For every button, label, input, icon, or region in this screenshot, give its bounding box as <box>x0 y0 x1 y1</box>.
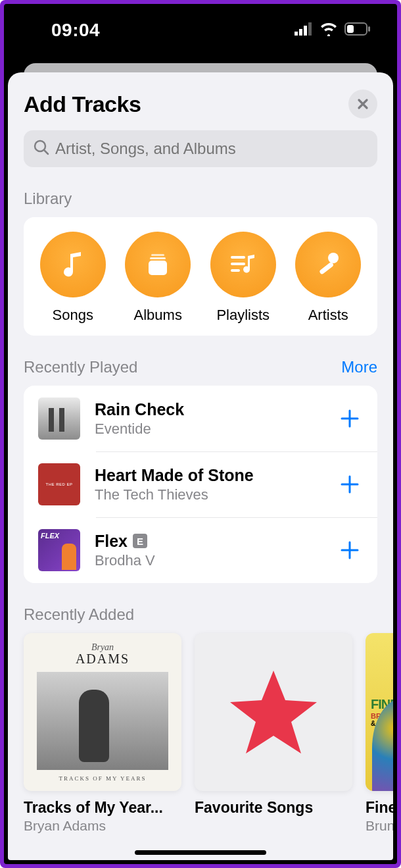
recently-added-label: Recently Added <box>8 583 393 633</box>
track-row[interactable]: THE RED EP Heart Made of Stone The Tech … <box>24 451 377 517</box>
track-title: Rain Check <box>95 400 322 419</box>
svg-rect-5 <box>368 26 370 32</box>
library-item-label: Songs <box>53 307 93 324</box>
svg-rect-6 <box>347 25 354 33</box>
library-item-label: Playlists <box>216 307 270 324</box>
svg-rect-2 <box>304 26 307 36</box>
plus-icon <box>340 409 360 428</box>
album-item[interactable]: Bryan ADAMS TRACKS OF MY YEARS Tracks of… <box>24 633 181 834</box>
library-section-label: Library <box>8 167 393 217</box>
add-tracks-sheet: Add Tracks Library Songs Al <box>8 72 393 860</box>
album-item[interactable]: Favourite Songs <box>195 633 352 834</box>
library-item-label: Albums <box>134 307 182 324</box>
library-item-albums[interactable]: Albums <box>116 232 201 324</box>
svg-line-8 <box>44 150 48 154</box>
close-button[interactable] <box>348 89 377 118</box>
track-artist: Eventide <box>95 421 322 438</box>
explicit-badge: E <box>133 534 147 548</box>
recently-played-label: Recently Played <box>24 358 137 376</box>
album-stack-icon <box>142 249 174 280</box>
album-artwork: FINES BRUNO M & CARDI B <box>366 633 393 791</box>
search-icon <box>33 139 50 159</box>
home-indicator[interactable] <box>135 850 266 855</box>
album-title: Finess <box>366 799 393 817</box>
recently-played-more-link[interactable]: More <box>341 358 377 376</box>
status-bar: 09:04 <box>4 4 397 57</box>
svg-point-15 <box>328 253 339 263</box>
library-categories: Songs Albums Playlists Artists <box>24 217 377 336</box>
album-artwork: Bryan ADAMS TRACKS OF MY YEARS <box>24 633 181 791</box>
album-title: Tracks of My Year... <box>24 799 181 817</box>
close-icon <box>357 98 369 110</box>
cellular-icon <box>295 22 313 38</box>
album-title: Favourite Songs <box>195 799 352 817</box>
album-art-thumbnail <box>38 397 80 440</box>
status-icons <box>295 22 371 39</box>
track-row[interactable]: FlexE Brodha V <box>24 517 377 583</box>
battery-icon <box>344 22 371 38</box>
library-item-playlists[interactable]: Playlists <box>200 232 286 324</box>
track-title: Heart Made of Stone <box>95 466 322 485</box>
add-track-button[interactable] <box>337 537 363 563</box>
recently-played-list: Rain Check Eventide THE RED EP Heart Mad… <box>24 386 377 583</box>
library-item-songs[interactable]: Songs <box>30 232 116 324</box>
add-track-button[interactable] <box>337 471 363 498</box>
star-icon <box>224 663 323 761</box>
album-item[interactable]: FINES BRUNO M & CARDI B Finess Bruno <box>366 633 393 834</box>
recently-added-row: Bryan ADAMS TRACKS OF MY YEARS Tracks of… <box>8 633 393 834</box>
music-note-icon <box>57 249 89 280</box>
album-art-thumbnail: THE RED EP <box>38 463 80 505</box>
track-row[interactable]: Rain Check Eventide <box>24 386 377 451</box>
playlist-icon <box>227 248 260 281</box>
svg-rect-9 <box>151 254 164 256</box>
microphone-icon <box>312 249 344 280</box>
library-item-label: Artists <box>308 307 348 324</box>
album-artist: Bruno <box>366 818 393 834</box>
track-artist: Brodha V <box>95 552 322 569</box>
svg-rect-0 <box>295 32 298 36</box>
svg-rect-3 <box>308 22 312 36</box>
status-time: 09:04 <box>30 20 100 41</box>
album-artwork <box>195 633 352 791</box>
search-input[interactable] <box>55 140 368 158</box>
track-artist: The Tech Thieves <box>95 486 322 503</box>
search-field[interactable] <box>24 130 377 167</box>
wifi-icon <box>319 22 338 39</box>
track-title: FlexE <box>95 532 322 551</box>
plus-icon <box>340 540 360 560</box>
svg-rect-1 <box>299 29 302 36</box>
svg-rect-16 <box>319 261 334 274</box>
plus-icon <box>340 474 360 494</box>
album-art-thumbnail <box>38 529 80 571</box>
add-track-button[interactable] <box>337 405 363 432</box>
svg-rect-11 <box>149 261 167 275</box>
album-artist: Bryan Adams <box>24 818 181 834</box>
sheet-title: Add Tracks <box>24 91 141 117</box>
library-item-artists[interactable]: Artists <box>286 232 371 324</box>
svg-rect-10 <box>150 257 166 259</box>
